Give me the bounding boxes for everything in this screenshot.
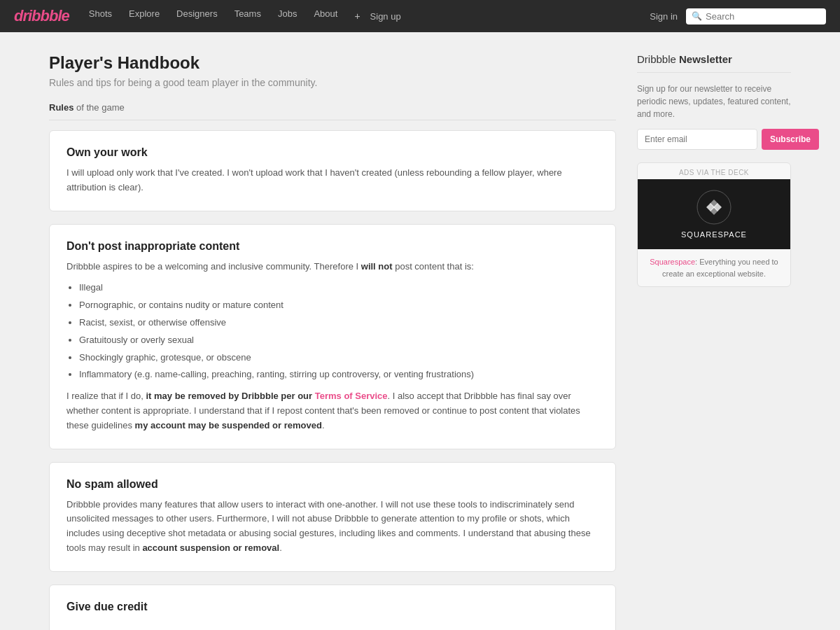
list-item: Gratuitously or overly sexual: [79, 333, 598, 348]
list-item: Racist, sexist, or otherwise offensive: [79, 316, 598, 330]
person-plus-icon: +: [354, 10, 360, 22]
nav-signup-wrapper: + Sign up: [347, 6, 414, 27]
nav-signup[interactable]: Sign up: [363, 8, 408, 24]
ads-header: ADS VIA THE DECK: [638, 163, 790, 179]
nav-links: Shots Explore Designers Teams Jobs About…: [82, 6, 650, 27]
rule-intro-inappropriate: Dribbble aspires to be a welcoming and i…: [66, 261, 361, 272]
page-container: Player's Handbook Rules and tips for bei…: [35, 32, 805, 630]
search-input[interactable]: [706, 11, 820, 22]
list-item: Inflammatory (e.g. name-calling, preachi…: [79, 368, 598, 382]
rule-title-inappropriate: Don't post inappropriate content: [66, 240, 598, 253]
page-title: Player's Handbook: [49, 53, 616, 73]
newsletter-title: Dribbble Newsletter: [637, 53, 791, 65]
rule-card-inappropriate: Don't post inappropriate content Dribbbl…: [49, 224, 616, 449]
rule-footer-inappropriate: I realize that if I do, it may be remove…: [66, 389, 598, 433]
nav-shots[interactable]: Shots: [82, 6, 119, 27]
ads-box: ADS VIA THE DECK SQUARESPACE Squarespace…: [637, 162, 791, 287]
rule-title-no-spam: No spam allowed: [66, 478, 598, 491]
page-subtitle: Rules and tips for being a good team pla…: [49, 77, 616, 88]
newsletter-prefix: Dribbble: [637, 53, 679, 65]
newsletter-desc: Sign up for our newsletter to receive pe…: [637, 83, 791, 120]
list-item: Shockingly graphic, grotesque, or obscen…: [79, 351, 598, 365]
ads-caption: Squarespace: Everything you need to crea…: [638, 249, 790, 286]
search-icon: 🔍: [692, 11, 702, 21]
spam-end: .: [279, 542, 282, 553]
list-item: Illegal: [79, 281, 598, 295]
rules-header: Rules of the game: [49, 102, 616, 120]
navbar: dribbble Shots Explore Designers Teams J…: [0, 0, 840, 32]
rule-intro-suffix: post content that is:: [393, 261, 474, 272]
email-row: Subscribe: [637, 129, 791, 150]
nav-teams[interactable]: Teams: [227, 6, 268, 27]
sidebar: Dribbble Newsletter Sign up for our news…: [637, 53, 791, 287]
nav-signin[interactable]: Sign in: [650, 11, 678, 22]
inappropriate-list: Illegal Pornographic, or contains nudity…: [79, 281, 598, 382]
newsletter-bold: Newsletter: [679, 53, 732, 65]
footer-prefix: I realize that if I do,: [66, 391, 146, 401]
rules-of-game: of the game: [76, 102, 125, 113]
ads-image[interactable]: SQUARESPACE: [638, 179, 790, 249]
rule-card-own-work: Own your work I will upload only work th…: [49, 130, 616, 211]
ads-link[interactable]: Squarespace: [650, 258, 695, 266]
rule-body-own-work: I will upload only work that I've create…: [66, 166, 598, 195]
rule-body-inappropriate: Dribbble aspires to be a welcoming and i…: [66, 260, 598, 433]
nav-designers[interactable]: Designers: [169, 6, 225, 27]
logo[interactable]: dribbble: [14, 7, 69, 25]
email-field[interactable]: [637, 129, 757, 150]
main-content: Player's Handbook Rules and tips for bei…: [49, 53, 616, 630]
rule-intro-bold: will not: [361, 261, 393, 272]
squarespace-label: SQUARESPACE: [681, 230, 747, 239]
footer-end: .: [322, 420, 325, 430]
rule-card-no-spam: No spam allowed Dribbble provides many f…: [49, 462, 616, 572]
rule-title-give-credit: Give due credit: [66, 601, 598, 613]
footer-bold: it may be removed by Dribbble per our Te…: [146, 391, 387, 401]
squarespace-logo-icon: [696, 190, 732, 225]
list-item: Pornographic, or contains nudity or matu…: [79, 298, 598, 313]
subscribe-button[interactable]: Subscribe: [762, 129, 819, 150]
rule-body-no-spam: Dribbble provides many features that all…: [66, 498, 598, 556]
search-box: 🔍: [686, 8, 826, 24]
nav-about[interactable]: About: [307, 6, 344, 27]
nav-jobs[interactable]: Jobs: [271, 6, 304, 27]
rule-title-own-work: Own your work: [66, 146, 598, 159]
spam-bold: account suspension or removal: [142, 542, 279, 553]
rules-bold-label: Rules: [49, 102, 74, 113]
rule-text-own-work: I will upload only work that I've create…: [66, 167, 562, 192]
nav-explore[interactable]: Explore: [122, 6, 167, 27]
newsletter-divider: [637, 72, 791, 73]
footer-bold2: my account may be suspended or removed: [135, 420, 322, 430]
rule-card-give-credit: Give due credit: [49, 584, 616, 630]
tos-link[interactable]: Terms of Service: [315, 391, 388, 401]
